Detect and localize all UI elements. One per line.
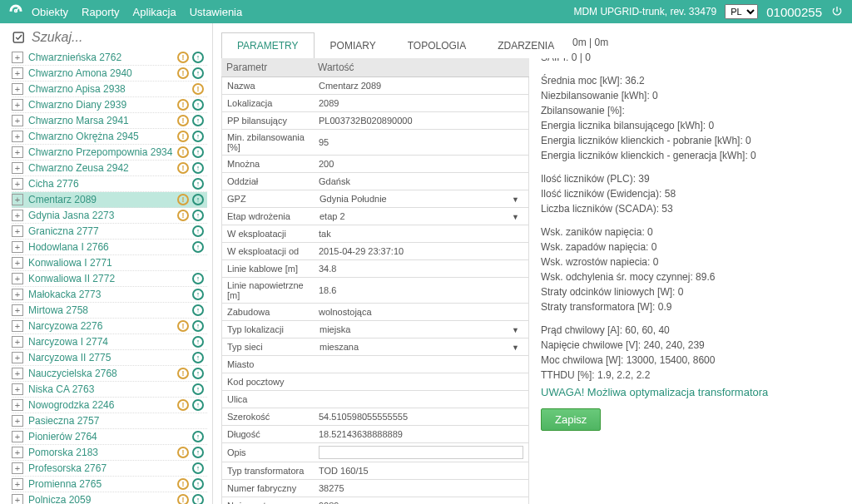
tree-item-label: Chwarzno Okrężna 2945: [28, 131, 177, 142]
tree-item[interactable]: Pomorska 2183!↑: [12, 445, 207, 461]
up-icon: ↑: [192, 399, 204, 411]
param-value: tak: [314, 226, 528, 241]
tree-item[interactable]: Cicha 2776↑: [12, 176, 207, 192]
expand-icon[interactable]: [12, 320, 23, 332]
param-select[interactable]: miejska▼: [319, 324, 523, 335]
tree-item[interactable]: Profesorska 2767↑: [12, 461, 207, 477]
tree-item[interactable]: Małokacka 2773↑: [12, 287, 207, 303]
tree-item[interactable]: Chwarzno Przepompownia 2934!↑: [12, 145, 207, 161]
expand-icon[interactable]: [12, 194, 23, 205]
expand-icon[interactable]: [12, 131, 23, 142]
param-value: [314, 362, 528, 367]
tree-item[interactable]: Chwarzno Zeusa 2942!↑: [12, 161, 207, 176]
tree-item[interactable]: Nauczycielska 2768!↑: [12, 366, 207, 382]
tree-item[interactable]: Chwarzno Amona 2940!↑: [12, 66, 207, 82]
tab-topologia[interactable]: TOPOLOGIA: [392, 32, 482, 58]
param-value[interactable]: etap 2▼: [314, 208, 528, 225]
expand-icon[interactable]: [12, 146, 23, 158]
param-key: W eksploatacji od: [222, 244, 314, 259]
expand-icon[interactable]: [12, 52, 23, 63]
up-icon: ↑: [192, 162, 204, 174]
expand-icon[interactable]: [12, 494, 23, 504]
tree-item[interactable]: Hodowlana I 2766↑: [12, 240, 207, 255]
tree-item-label: Małokacka 2773: [28, 289, 192, 300]
expand-icon[interactable]: [12, 241, 23, 253]
expand-icon[interactable]: [12, 273, 23, 284]
tree-item[interactable]: Nowogrodzka 2246!↑: [12, 398, 207, 413]
param-value[interactable]: mieszana▼: [314, 338, 528, 355]
tab-zdarzenia[interactable]: ZDARZENIA: [482, 32, 570, 58]
expand-icon[interactable]: [12, 368, 23, 379]
chevron-down-icon: ▼: [512, 195, 519, 204]
tree-item[interactable]: Chwarzno Apisa 2938!: [12, 82, 207, 97]
expand-icon[interactable]: [12, 67, 23, 79]
expand-icon[interactable]: [12, 99, 23, 111]
param-row: Miasto: [222, 356, 528, 373]
nav-obiekty[interactable]: Obiekty: [32, 6, 68, 18]
expand-icon[interactable]: [12, 304, 23, 316]
stat-ilosc-plc: Ilość liczników (PLC): 39: [541, 173, 840, 185]
nav-aplikacja[interactable]: Aplikacja: [133, 6, 176, 18]
nav-ustawienia[interactable]: Ustawienia: [190, 6, 243, 18]
tree-item-label: Mirtowa 2758: [28, 304, 192, 316]
expand-icon[interactable]: [12, 289, 23, 300]
tree-item[interactable]: Promienna 2765!↑: [12, 477, 207, 492]
tree-item-label: Narcyzowa 2276: [28, 320, 177, 332]
tree-item-label: Narcyzowa I 2774: [28, 336, 192, 348]
expand-icon[interactable]: [12, 210, 23, 221]
tab-parametry[interactable]: PARAMETRY: [221, 32, 315, 58]
tree-item[interactable]: Konwaliowa II 2772↑: [12, 271, 207, 287]
tree-item[interactable]: Pasieczna 2757: [12, 413, 207, 429]
param-value[interactable]: [314, 443, 528, 462]
param-select[interactable]: mieszana▼: [319, 341, 523, 353]
expand-icon[interactable]: [12, 225, 23, 237]
param-value[interactable]: miejska▼: [314, 321, 528, 338]
tree-item[interactable]: Chwarzno Diany 2939!↑: [12, 97, 207, 113]
expand-icon[interactable]: [12, 431, 23, 442]
tree-item[interactable]: Konwaliowa I 2771: [12, 255, 207, 271]
tree-item[interactable]: Mirtowa 2758↑: [12, 303, 207, 319]
expand-icon[interactable]: [12, 415, 23, 427]
tree-item[interactable]: Narcyzowa II 2775↑: [12, 350, 207, 366]
tree-item[interactable]: Gdynia Jasna 2273!↑: [12, 208, 207, 224]
stat-moc: Moc chwilowa [W]: 13000, 15400, 8600: [541, 354, 840, 366]
expand-icon[interactable]: [12, 399, 23, 411]
up-icon: ↑: [192, 52, 204, 63]
up-icon: ↑: [192, 320, 204, 332]
expand-icon[interactable]: [12, 336, 23, 348]
expand-icon[interactable]: [12, 162, 23, 174]
expand-icon[interactable]: [12, 178, 23, 190]
save-button[interactable]: Zapisz: [541, 408, 601, 431]
tab-pomiary[interactable]: POMIARY: [315, 32, 392, 58]
search-input[interactable]: [32, 30, 207, 45]
param-select[interactable]: Gdynia Południe▼: [319, 193, 523, 205]
lang-select[interactable]: PL: [725, 4, 758, 19]
param-row: Min. zbilansowania [%]95: [222, 130, 528, 156]
tree-item[interactable]: Chwarznieńska 2762!↑: [12, 50, 207, 66]
tree-item[interactable]: Narcyzowa I 2774↑: [12, 334, 207, 350]
param-table[interactable]: NazwaCmentarz 2089Lokalizacja2089PP bila…: [221, 77, 529, 504]
expand-icon[interactable]: [12, 447, 23, 458]
expand-icon[interactable]: [12, 257, 23, 269]
expand-icon[interactable]: [12, 83, 23, 95]
tree-item[interactable]: Cmentarz 2089!↑: [12, 192, 207, 208]
expand-icon[interactable]: [12, 383, 23, 395]
tree-item[interactable]: Graniczna 2777↑: [12, 224, 207, 240]
expand-icon[interactable]: [12, 115, 23, 126]
expand-icon[interactable]: [12, 462, 23, 474]
param-input[interactable]: [319, 446, 523, 459]
tree-item[interactable]: Chwarzno Marsa 2941!↑: [12, 113, 207, 129]
param-select[interactable]: etap 2▼: [319, 210, 523, 222]
expand-icon[interactable]: [12, 478, 23, 490]
object-tree[interactable]: Chwarznieńska 2762!↑Chwarzno Amona 2940!…: [12, 50, 207, 504]
param-value[interactable]: Gdynia Południe▼: [314, 190, 528, 207]
tree-item[interactable]: Narcyzowa 2276!↑: [12, 319, 207, 334]
tree-item[interactable]: Polnicza 2059!↑: [12, 492, 207, 504]
expand-icon[interactable]: [12, 352, 23, 363]
tree-item[interactable]: Pionierów 2764↑: [12, 429, 207, 445]
tree-item[interactable]: Chwarzno Okrężna 2945!↑: [12, 129, 207, 145]
tree-item[interactable]: Niska CA 2763↑: [12, 382, 207, 398]
power-icon[interactable]: [830, 5, 844, 18]
nav-raporty[interactable]: Raporty: [82, 6, 120, 18]
chevron-down-icon: ▼: [512, 326, 519, 334]
